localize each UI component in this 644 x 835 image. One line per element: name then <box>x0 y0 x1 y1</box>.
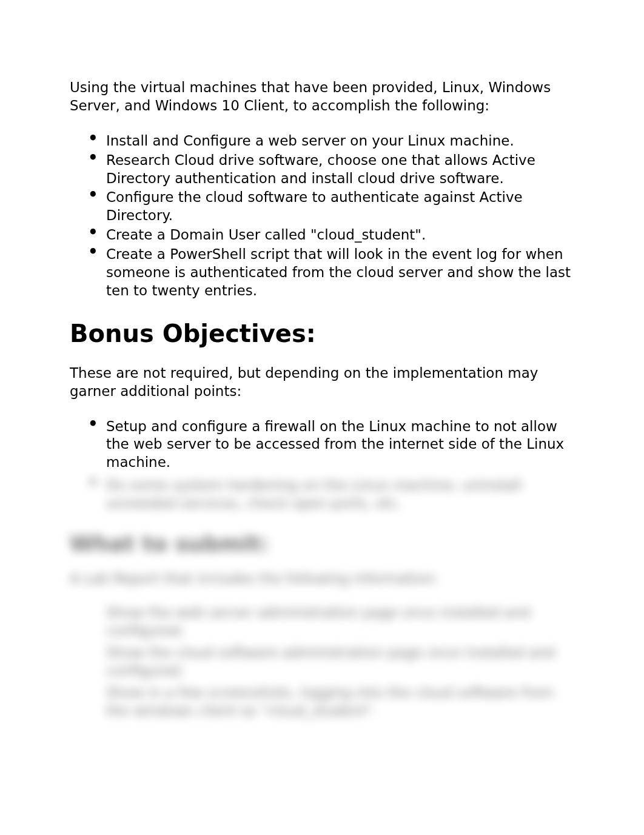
list-item: Setup and configure a firewall on the Li… <box>88 418 577 472</box>
list-item: Configure the cloud software to authenti… <box>88 189 577 225</box>
blurred-content: Do some system hardening on the Linux ma… <box>70 477 577 720</box>
list-item: Research Cloud drive software, choose on… <box>88 152 577 188</box>
intro-paragraph: Using the virtual machines that have bee… <box>70 79 577 115</box>
blurred-heading: What to submit: <box>70 531 577 556</box>
blurred-submit-list: Show the web server administration page … <box>70 604 577 720</box>
list-item: Create a Domain User called "cloud_stude… <box>88 226 577 244</box>
bonus-objectives-list: Setup and configure a firewall on the Li… <box>70 418 577 472</box>
bonus-heading: Bonus Objectives: <box>70 320 577 347</box>
blurred-list-item: Show the web server administration page … <box>88 604 577 640</box>
main-objectives-list: Install and Configure a web server on yo… <box>70 132 577 300</box>
bonus-intro-paragraph: These are not required, but depending on… <box>70 364 577 401</box>
blurred-list-item: Do some system hardening on the Linux ma… <box>88 477 577 513</box>
blurred-list-item: Show in a few screenshots, logging into … <box>88 684 577 720</box>
blurred-paragraph: A Lab Report that includes the following… <box>70 569 577 588</box>
list-item: Create a PowerShell script that will loo… <box>88 246 577 300</box>
blurred-list-item: Show the cloud software administration p… <box>88 644 577 680</box>
list-item: Install and Configure a web server on yo… <box>88 132 577 150</box>
